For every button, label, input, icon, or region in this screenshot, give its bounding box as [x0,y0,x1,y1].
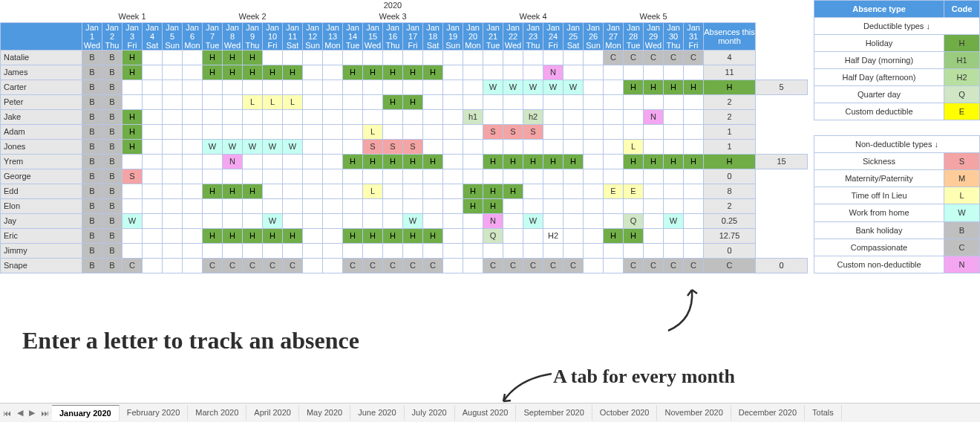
absence-cell[interactable] [303,258,323,273]
absence-cell[interactable] [203,109,223,124]
absence-cell[interactable] [664,94,684,109]
absence-cell[interactable] [303,50,323,65]
absence-cell[interactable] [323,169,343,184]
absence-cell[interactable]: C [564,258,584,273]
absence-cell[interactable] [143,50,163,65]
absence-cell[interactable] [383,213,403,228]
absence-cell[interactable] [423,124,443,139]
absence-cell[interactable]: H [122,50,143,65]
absence-cell[interactable] [163,243,183,258]
absence-cell[interactable] [122,198,143,213]
absence-cell[interactable]: C [243,258,263,273]
absence-cell[interactable] [624,243,644,258]
absence-cell[interactable] [423,169,443,184]
absence-cell[interactable]: H [664,154,684,169]
absence-cell[interactable] [143,213,163,228]
absence-cell[interactable] [303,94,323,109]
absence-cell[interactable] [604,80,624,94]
absence-cell[interactable]: H [604,228,624,243]
absence-cell[interactable]: B [82,213,102,228]
absence-cell[interactable] [543,109,564,124]
absence-cell[interactable]: h1 [463,109,483,124]
absence-cell[interactable] [684,243,704,258]
absence-cell[interactable] [343,243,363,258]
absence-cell[interactable]: C [383,258,403,273]
absence-cell[interactable]: H [624,154,644,169]
absence-cell[interactable] [443,198,463,213]
absence-cell[interactable] [664,228,684,243]
absence-cell[interactable] [283,169,303,184]
absence-cell[interactable]: H [122,124,143,139]
absence-cell[interactable] [243,109,263,124]
absence-cell[interactable] [303,243,323,258]
absence-cell[interactable] [684,184,704,198]
absence-cell[interactable] [644,198,664,213]
absence-cell[interactable] [483,243,503,258]
absence-cell[interactable] [463,80,483,94]
absence-cell[interactable]: H [624,228,644,243]
absence-cell[interactable]: C [684,50,704,65]
absence-cell[interactable]: C [483,258,503,273]
absence-cell[interactable]: C [604,50,624,65]
absence-cell[interactable] [143,154,163,169]
absence-cell[interactable]: C [644,258,664,273]
absence-cell[interactable]: H [483,198,503,213]
absence-cell[interactable] [223,109,243,124]
absence-cell[interactable] [463,139,483,154]
absence-cell[interactable] [503,169,523,184]
absence-cell[interactable]: B [102,50,122,65]
absence-cell[interactable] [283,243,303,258]
absence-cell[interactable] [263,169,283,184]
absence-cell[interactable] [463,50,483,65]
absence-cell[interactable] [604,169,624,184]
absence-cell[interactable] [543,243,564,258]
absence-cell[interactable] [143,258,163,273]
absence-cell[interactable] [403,169,423,184]
absence-cell[interactable]: B [82,124,102,139]
absence-cell[interactable] [584,258,604,273]
absence-cell[interactable] [584,184,604,198]
absence-cell[interactable] [283,154,303,169]
absence-cell[interactable] [343,213,363,228]
absence-cell[interactable] [543,50,564,65]
absence-cell[interactable] [443,80,463,94]
absence-cell[interactable] [343,184,363,198]
absence-cell[interactable] [243,80,263,94]
absence-cell[interactable] [163,109,183,124]
absence-cell[interactable] [323,198,343,213]
absence-cell[interactable]: S [363,139,383,154]
absence-cell[interactable]: C [704,258,756,273]
absence-cell[interactable] [443,169,463,184]
absence-cell[interactable] [343,109,363,124]
absence-cell[interactable] [243,169,263,184]
absence-cell[interactable] [523,228,543,243]
absence-cell[interactable] [604,139,624,154]
absence-cell[interactable] [604,243,624,258]
absence-cell[interactable] [163,198,183,213]
absence-cell[interactable] [223,243,243,258]
absence-cell[interactable] [323,94,343,109]
absence-cell[interactable] [223,94,243,109]
absence-cell[interactable] [443,228,463,243]
absence-cell[interactable]: h2 [523,109,543,124]
absence-cell[interactable] [203,124,223,139]
absence-cell[interactable]: H [203,65,223,80]
absence-cell[interactable] [203,94,223,109]
absence-cell[interactable] [203,213,223,228]
absence-cell[interactable] [463,154,483,169]
absence-cell[interactable] [143,65,163,80]
absence-cell[interactable]: B [102,228,122,243]
absence-cell[interactable]: C [223,258,243,273]
absence-cell[interactable] [183,94,203,109]
absence-cell[interactable] [644,94,664,109]
absence-cell[interactable]: C [403,258,423,273]
absence-cell[interactable] [523,243,543,258]
absence-cell[interactable] [183,124,203,139]
absence-cell[interactable] [303,124,323,139]
absence-cell[interactable] [684,65,704,80]
absence-cell[interactable]: B [82,139,102,154]
absence-cell[interactable] [523,94,543,109]
absence-cell[interactable] [183,50,203,65]
absence-cell[interactable] [223,124,243,139]
absence-cell[interactable] [564,213,584,228]
